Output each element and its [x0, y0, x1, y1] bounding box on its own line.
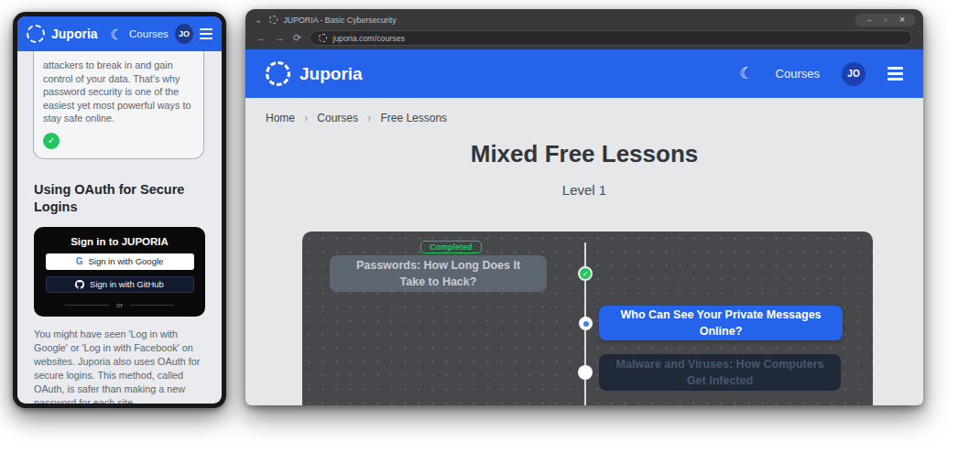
or-label: or: [116, 301, 123, 309]
signin-demo-card: Sign in to JUPORIA G Sign in with Google…: [34, 227, 205, 317]
back-icon[interactable]: ←: [256, 33, 267, 43]
tab-list-chevron-down-icon[interactable]: ⌄: [255, 16, 262, 25]
hamburger-menu-icon[interactable]: [887, 67, 903, 80]
tab-title: JUPORIA - Basic Cybersecurity: [283, 16, 396, 25]
level-label: Level 1: [245, 182, 923, 198]
browser-window: ⌄ JUPORIA - Basic Cybersecurity – ▫ ✕ ← …: [245, 9, 923, 405]
breadcrumb-separator-icon: ›: [367, 111, 371, 124]
refresh-icon[interactable]: ⟳: [293, 33, 301, 43]
timeline-node-upcoming: [578, 365, 593, 380]
page-title: Mixed Free Lessons: [245, 140, 923, 168]
browser-address-bar: ← → ⟳ juporia.com/courses: [245, 27, 923, 49]
timeline-node-active: [579, 317, 593, 330]
hamburger-menu-icon[interactable]: [200, 28, 212, 39]
url-text: juporia.com/courses: [332, 34, 405, 43]
lesson-card-private-messages[interactable]: Who Can See Your Private Messages Online…: [599, 306, 843, 340]
mobile-nav-courses[interactable]: Courses: [129, 28, 169, 39]
oauth-section-heading: Using OAuth for Secure Logins: [34, 181, 205, 216]
completed-badge: Completed: [420, 241, 482, 253]
lesson-card-passwords[interactable]: Passwords: How Long Does It Take to Hack…: [330, 255, 547, 292]
or-divider: or: [45, 301, 194, 309]
forward-icon[interactable]: →: [275, 33, 285, 43]
breadcrumb: Home › Courses › Free Lessons: [245, 98, 923, 124]
phone-screen: Juporia ☾ Courses JO attackers to break …: [17, 16, 222, 404]
breadcrumb-courses[interactable]: Courses: [317, 112, 358, 124]
signin-google-button[interactable]: G Sign in with Google: [46, 253, 194, 270]
url-field[interactable]: juporia.com/courses: [310, 30, 912, 46]
breadcrumb-home[interactable]: Home: [266, 112, 295, 124]
mobile-content: attackers to break in and gain control o…: [17, 51, 222, 404]
juporia-logo-icon: [27, 25, 45, 43]
timeline-node-completed-check-icon: ✓: [578, 266, 593, 281]
juporia-logo-icon[interactable]: [266, 61, 290, 86]
oauth-paragraph: You might have seen 'Log in with Google'…: [34, 328, 205, 404]
browser-tab-bar: ⌄ JUPORIA - Basic Cybersecurity – ▫ ✕: [245, 9, 923, 27]
site-viewport: Juporia ☾ Courses JO Home › Courses › Fr…: [245, 49, 923, 405]
site-favicon-icon: [319, 34, 327, 42]
dark-mode-toggle-moon-icon[interactable]: ☾: [111, 27, 123, 41]
google-icon: G: [76, 256, 83, 266]
lesson-title: Malware and Viruses: How Computers Get I…: [615, 356, 824, 389]
lesson-map-panel: Completed Passwords: How Long Does It Ta…: [302, 232, 873, 405]
site-header: Juporia ☾ Courses JO: [245, 49, 923, 98]
github-button-label: Sign in with GitHub: [90, 279, 164, 289]
tab-favicon-icon: [269, 16, 278, 24]
site-nav-courses[interactable]: Courses: [776, 67, 820, 81]
check-icon: ✓: [43, 133, 60, 149]
site-brand[interactable]: Juporia: [299, 64, 363, 84]
maximize-button[interactable]: ▫: [877, 16, 894, 24]
signin-github-button[interactable]: Sign in with GitHub: [46, 276, 194, 293]
lesson-title: Who Can See Your Private Messages Online…: [615, 307, 826, 339]
google-button-label: Sign in with Google: [88, 256, 163, 266]
lesson-summary-card: attackers to break in and gain control o…: [33, 51, 204, 159]
close-button[interactable]: ✕: [894, 16, 910, 24]
github-icon: [75, 280, 84, 289]
window-controls: – ▫ ✕: [855, 14, 916, 27]
signin-title: Sign in to JUPORIA: [45, 236, 194, 247]
lesson-card-malware[interactable]: Malware and Viruses: How Computers Get I…: [599, 354, 841, 391]
lesson-summary-text: attackers to break in and gain control o…: [43, 59, 194, 125]
mobile-brand[interactable]: Juporia: [51, 27, 98, 41]
breadcrumb-separator-icon: ›: [304, 111, 308, 124]
dark-mode-toggle-moon-icon[interactable]: ☾: [739, 64, 753, 83]
phone-window: Juporia ☾ Courses JO attackers to break …: [13, 12, 226, 408]
minimize-button[interactable]: –: [861, 16, 877, 24]
browser-tab[interactable]: JUPORIA - Basic Cybersecurity: [269, 16, 396, 25]
mobile-header: Juporia ☾ Courses JO: [17, 16, 222, 51]
mobile-avatar[interactable]: JO: [175, 24, 193, 44]
site-avatar[interactable]: JO: [842, 62, 866, 86]
lesson-title: Passwords: How Long Does It Take to Hack…: [346, 257, 530, 290]
breadcrumb-free-lessons[interactable]: Free Lessons: [380, 112, 447, 124]
